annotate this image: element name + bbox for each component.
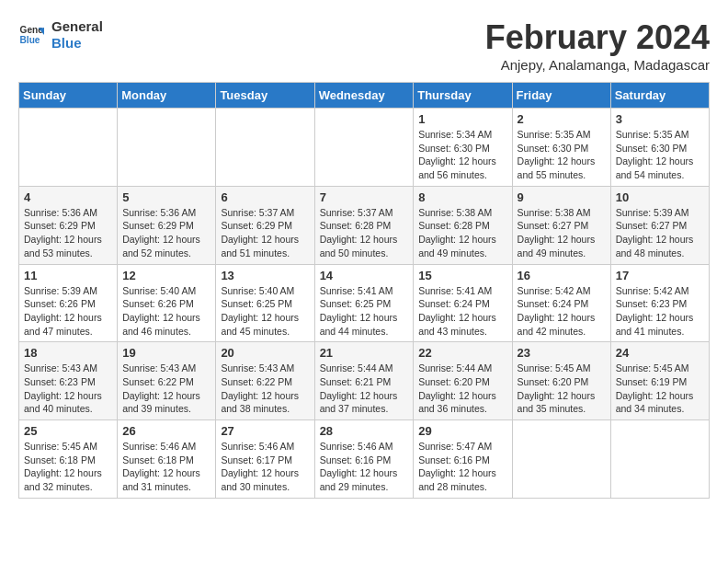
calendar-cell: 28Sunrise: 5:46 AM Sunset: 6:16 PM Dayli…: [314, 420, 414, 499]
calendar-cell: 22Sunrise: 5:44 AM Sunset: 6:20 PM Dayli…: [414, 342, 512, 420]
calendar-cell: [19, 109, 118, 187]
day-number: 4: [24, 190, 112, 204]
day-number: 26: [122, 424, 210, 438]
day-info: Sunrise: 5:45 AM Sunset: 6:20 PM Dayligh…: [518, 362, 606, 416]
logo-icon: General Blue: [18, 22, 44, 48]
calendar-cell: 20Sunrise: 5:43 AM Sunset: 6:22 PM Dayli…: [216, 342, 314, 420]
day-info: Sunrise: 5:36 AM Sunset: 6:29 PM Dayligh…: [24, 206, 112, 260]
calendar-cell: 29Sunrise: 5:47 AM Sunset: 6:16 PM Dayli…: [414, 420, 512, 499]
day-number: 22: [418, 346, 506, 360]
calendar-cell: 21Sunrise: 5:44 AM Sunset: 6:21 PM Dayli…: [314, 342, 414, 420]
day-info: Sunrise: 5:36 AM Sunset: 6:29 PM Dayligh…: [122, 206, 210, 260]
day-number: 19: [122, 346, 210, 360]
calendar-cell: [118, 109, 216, 187]
header-day-thursday: Thursday: [414, 83, 512, 109]
day-info: Sunrise: 5:44 AM Sunset: 6:21 PM Dayligh…: [320, 362, 409, 416]
day-number: 10: [616, 190, 704, 204]
calendar-cell: 11Sunrise: 5:39 AM Sunset: 6:26 PM Dayli…: [19, 264, 118, 342]
week-row-3: 11Sunrise: 5:39 AM Sunset: 6:26 PM Dayli…: [19, 264, 710, 342]
calendar-cell: 14Sunrise: 5:41 AM Sunset: 6:25 PM Dayli…: [314, 264, 414, 342]
calendar-cell: 9Sunrise: 5:38 AM Sunset: 6:27 PM Daylig…: [512, 186, 610, 264]
day-info: Sunrise: 5:35 AM Sunset: 6:30 PM Dayligh…: [616, 128, 704, 182]
calendar-cell: 12Sunrise: 5:40 AM Sunset: 6:26 PM Dayli…: [118, 264, 216, 342]
calendar-cell: 23Sunrise: 5:45 AM Sunset: 6:20 PM Dayli…: [512, 342, 610, 420]
header-day-monday: Monday: [118, 83, 216, 109]
calendar-cell: 25Sunrise: 5:45 AM Sunset: 6:18 PM Dayli…: [19, 420, 118, 499]
day-number: 5: [122, 190, 210, 204]
day-info: Sunrise: 5:37 AM Sunset: 6:29 PM Dayligh…: [221, 206, 309, 260]
day-info: Sunrise: 5:44 AM Sunset: 6:20 PM Dayligh…: [418, 362, 506, 416]
day-number: 3: [616, 112, 704, 126]
day-number: 15: [418, 269, 506, 282]
calendar-cell: 10Sunrise: 5:39 AM Sunset: 6:27 PM Dayli…: [610, 186, 709, 264]
calendar-cell: 8Sunrise: 5:38 AM Sunset: 6:28 PM Daylig…: [414, 186, 512, 264]
day-number: 12: [122, 269, 210, 282]
day-number: 29: [418, 424, 506, 438]
day-number: 18: [24, 346, 112, 360]
day-info: Sunrise: 5:39 AM Sunset: 6:27 PM Dayligh…: [616, 206, 704, 260]
week-row-4: 18Sunrise: 5:43 AM Sunset: 6:23 PM Dayli…: [19, 342, 710, 420]
header-day-tuesday: Tuesday: [216, 83, 314, 109]
day-number: 28: [320, 424, 409, 438]
day-info: Sunrise: 5:45 AM Sunset: 6:19 PM Dayligh…: [616, 362, 704, 416]
calendar-cell: 2Sunrise: 5:35 AM Sunset: 6:30 PM Daylig…: [512, 109, 610, 187]
day-number: 17: [616, 269, 704, 282]
day-info: Sunrise: 5:41 AM Sunset: 6:24 PM Dayligh…: [418, 284, 506, 339]
calendar-cell: 17Sunrise: 5:42 AM Sunset: 6:23 PM Dayli…: [610, 264, 709, 342]
header-day-friday: Friday: [512, 83, 610, 109]
day-number: 23: [518, 346, 606, 360]
calendar-cell: 26Sunrise: 5:46 AM Sunset: 6:18 PM Dayli…: [118, 420, 216, 499]
day-info: Sunrise: 5:42 AM Sunset: 6:24 PM Dayligh…: [518, 284, 606, 339]
calendar-cell: 3Sunrise: 5:35 AM Sunset: 6:30 PM Daylig…: [610, 109, 709, 187]
calendar-cell: [216, 109, 314, 187]
day-number: 9: [518, 190, 606, 204]
week-row-1: 1Sunrise: 5:34 AM Sunset: 6:30 PM Daylig…: [19, 109, 710, 187]
day-number: 20: [221, 346, 309, 360]
day-info: Sunrise: 5:34 AM Sunset: 6:30 PM Dayligh…: [418, 128, 506, 182]
svg-text:Blue: Blue: [20, 35, 40, 45]
calendar-cell: 7Sunrise: 5:37 AM Sunset: 6:28 PM Daylig…: [314, 186, 414, 264]
calendar-cell: [314, 109, 414, 187]
calendar-cell: 4Sunrise: 5:36 AM Sunset: 6:29 PM Daylig…: [19, 186, 118, 264]
calendar-cell: 13Sunrise: 5:40 AM Sunset: 6:25 PM Dayli…: [216, 264, 314, 342]
day-info: Sunrise: 5:46 AM Sunset: 6:18 PM Dayligh…: [122, 440, 210, 494]
calendar-cell: 6Sunrise: 5:37 AM Sunset: 6:29 PM Daylig…: [216, 186, 314, 264]
calendar-body: 1Sunrise: 5:34 AM Sunset: 6:30 PM Daylig…: [19, 109, 710, 499]
day-info: Sunrise: 5:40 AM Sunset: 6:25 PM Dayligh…: [221, 284, 309, 339]
day-info: Sunrise: 5:43 AM Sunset: 6:22 PM Dayligh…: [221, 362, 309, 416]
logo-blue: Blue: [51, 35, 103, 52]
day-number: 7: [320, 190, 409, 204]
header-day-wednesday: Wednesday: [314, 83, 414, 109]
logo: General Blue General Blue: [18, 18, 103, 52]
day-number: 13: [221, 269, 309, 282]
day-info: Sunrise: 5:41 AM Sunset: 6:25 PM Dayligh…: [320, 284, 409, 339]
location-title: Anjepy, Analamanga, Madagascar: [485, 57, 710, 73]
title-block: February 2024 Anjepy, Analamanga, Madaga…: [485, 18, 710, 73]
day-number: 6: [221, 190, 309, 204]
day-info: Sunrise: 5:45 AM Sunset: 6:18 PM Dayligh…: [24, 440, 112, 494]
day-number: 11: [24, 269, 112, 282]
day-info: Sunrise: 5:46 AM Sunset: 6:17 PM Dayligh…: [221, 440, 309, 494]
calendar-cell: 15Sunrise: 5:41 AM Sunset: 6:24 PM Dayli…: [414, 264, 512, 342]
day-info: Sunrise: 5:37 AM Sunset: 6:28 PM Dayligh…: [320, 206, 409, 260]
day-info: Sunrise: 5:42 AM Sunset: 6:23 PM Dayligh…: [616, 284, 704, 339]
calendar-cell: 1Sunrise: 5:34 AM Sunset: 6:30 PM Daylig…: [414, 109, 512, 187]
day-number: 14: [320, 269, 409, 282]
calendar-cell: 5Sunrise: 5:36 AM Sunset: 6:29 PM Daylig…: [118, 186, 216, 264]
day-number: 27: [221, 424, 309, 438]
day-number: 25: [24, 424, 112, 438]
day-info: Sunrise: 5:38 AM Sunset: 6:27 PM Dayligh…: [518, 206, 606, 260]
calendar-cell: 16Sunrise: 5:42 AM Sunset: 6:24 PM Dayli…: [512, 264, 610, 342]
calendar-cell: 19Sunrise: 5:43 AM Sunset: 6:22 PM Dayli…: [118, 342, 216, 420]
week-row-2: 4Sunrise: 5:36 AM Sunset: 6:29 PM Daylig…: [19, 186, 710, 264]
day-number: 24: [616, 346, 704, 360]
calendar-header-row: SundayMondayTuesdayWednesdayThursdayFrid…: [19, 83, 710, 109]
day-info: Sunrise: 5:43 AM Sunset: 6:23 PM Dayligh…: [24, 362, 112, 416]
day-info: Sunrise: 5:35 AM Sunset: 6:30 PM Dayligh…: [518, 128, 606, 182]
calendar-table: SundayMondayTuesdayWednesdayThursdayFrid…: [18, 82, 710, 499]
calendar-cell: 18Sunrise: 5:43 AM Sunset: 6:23 PM Dayli…: [19, 342, 118, 420]
day-info: Sunrise: 5:40 AM Sunset: 6:26 PM Dayligh…: [122, 284, 210, 339]
month-title: February 2024: [485, 18, 710, 57]
week-row-5: 25Sunrise: 5:45 AM Sunset: 6:18 PM Dayli…: [19, 420, 710, 499]
day-info: Sunrise: 5:47 AM Sunset: 6:16 PM Dayligh…: [418, 440, 506, 494]
